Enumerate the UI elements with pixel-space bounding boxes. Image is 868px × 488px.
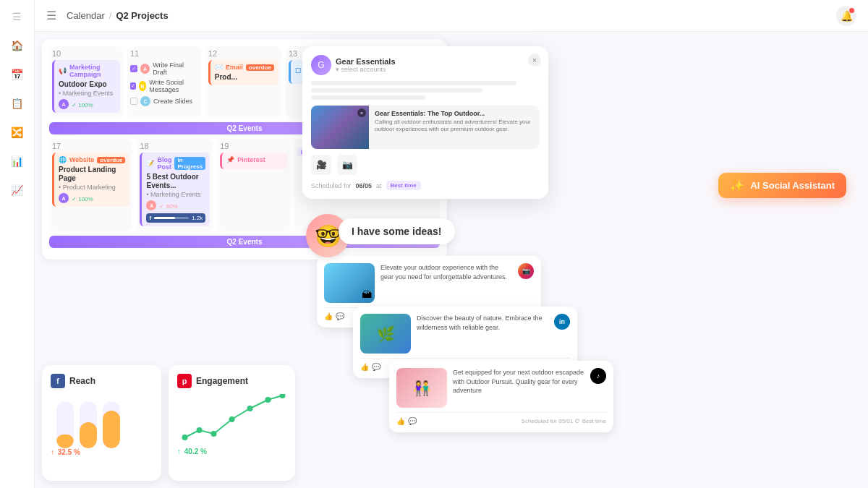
composer-account: Gear Essentials ▾ select accounts [336, 57, 396, 73]
text-line-1 [311, 81, 516, 85]
avatar-anna: A [146, 200, 156, 210]
task-blog-outdoor[interactable]: 📝 Blog Post in Progress 5 Best Outdoor E… [140, 153, 210, 226]
checklist-item-1: ✓ A Write Final Draft [130, 60, 198, 77]
badge-progress: in Progress [174, 157, 205, 170]
action-video[interactable]: 🎥 [311, 155, 331, 175]
progress-blog2: ✓ 60% [159, 203, 177, 210]
sidebar-calendar-icon[interactable]: 📅 [9, 67, 25, 82]
checkbox-3 [130, 98, 137, 105]
task-header-pinterest: 📌 Pinterest [226, 156, 283, 163]
engagement-growth: ↑ 40.2 % [177, 448, 286, 455]
checkbox-2: ✓ [130, 82, 136, 90]
sidebar-reports-icon[interactable]: 📈 [9, 182, 25, 198]
analytics-reach-card: f Reach ↑ 32.5 % [42, 365, 161, 481]
reach-bar-fill-3 [103, 411, 120, 448]
notification-bell[interactable]: 🔔 [836, 6, 856, 26]
schedule-at: at [376, 182, 382, 189]
topbar: ☰ Calendar / Q2 Projects 🔔 [35, 0, 868, 32]
sidebar-shuffle-icon[interactable]: 🔀 [9, 124, 25, 140]
badge-overdue: overdue [246, 64, 274, 71]
avatar-alexis: A [59, 99, 69, 109]
preview-image: × [311, 106, 369, 149]
topbar-menu-icon[interactable]: ☰ [46, 9, 56, 22]
avatar-alexis2: A [59, 193, 69, 203]
preview-text: Gear Essentials: The Top Outdoor... Call… [369, 106, 540, 149]
svg-point-6 [280, 394, 286, 398]
schedule-label: Scheduled for [311, 182, 352, 189]
ai-speech-bubble: I have some ideas! [339, 218, 455, 244]
svg-point-5 [265, 397, 271, 403]
composer-schedule: Scheduled for 06/05 at Best time [311, 181, 540, 190]
composer-name: Gear Essentials [336, 57, 396, 66]
svg-point-2 [211, 431, 217, 437]
preview-title: Gear Essentials: The Top Outdoor... [375, 110, 534, 117]
post-body-1: Elevate your outdoor experience with the… [380, 263, 512, 281]
post-text-2: Discover the beauty of nature. Embrace t… [417, 314, 548, 332]
sidebar-list-icon[interactable]: 📋 [9, 95, 25, 111]
task-marketing-campaign[interactable]: 📢 Marketing Campaign Outdoor Expo • Mark… [52, 60, 120, 113]
reach-bars [51, 394, 153, 448]
post-body-3: Get equipped for your next outdoor escap… [453, 368, 584, 395]
facebook-icon: f [51, 374, 65, 388]
reach-bar-1 [56, 401, 74, 448]
progress: ✓ 100% [72, 102, 93, 108]
task-pinterest[interactable]: 📌 Pinterest [220, 153, 287, 169]
sidebar-analytics-icon[interactable]: 📊 [9, 153, 25, 169]
reach-header: f Reach [51, 374, 153, 388]
facebook-bar: f 1.2k [146, 213, 205, 223]
svg-point-1 [197, 427, 203, 433]
sidebar-menu-icon[interactable]: ☰ [9, 9, 25, 25]
text-line-2 [311, 88, 482, 93]
task-website[interactable]: 🌐 Website overdue Product Landing Page •… [52, 153, 129, 207]
main-content: 10 📢 Marketing Campaign Outdoor Expo • M… [35, 32, 868, 488]
sidebar-home-icon[interactable]: 🏠 [9, 38, 25, 53]
preview-close-btn[interactable]: × [357, 108, 366, 117]
post-network-linkedin: in [554, 314, 570, 330]
avatar-b: B [139, 81, 146, 91]
cal-cell-10: 10 📢 Marketing Campaign Outdoor Expo • M… [49, 46, 123, 118]
composer-text-lines [311, 81, 540, 100]
post-footer-3: 👍 💬 Scheduled for 05/01 ⏱ Best time [396, 412, 606, 425]
breadcrumb: Calendar / Q2 Projects [67, 10, 169, 21]
post-network-instagram: 📷 [518, 263, 534, 279]
task-header-website: 🌐 Website overdue [59, 156, 125, 163]
action-camera[interactable]: 📷 [337, 155, 357, 175]
task-header-email: ✉️ Email overdue [215, 64, 274, 71]
engagement-header: p Engagement [177, 374, 286, 388]
calendar-label: Calendar [67, 10, 105, 21]
growth-arrow-eng: ↑ [177, 448, 181, 455]
composer-avatar: G [311, 55, 331, 75]
reach-bar-outer-2 [80, 401, 97, 448]
composer-close-button[interactable]: × [528, 53, 541, 67]
reach-bar-outer-3 [103, 401, 120, 448]
composer-actions: 🎥 📷 [311, 155, 540, 175]
cal-cell-12: 12 ✉️ Email overdue Prod... [205, 46, 281, 118]
linkedin-icon: in [559, 318, 565, 325]
post-card-inner-2: 🌿 Discover the beauty of nature. Embrace… [360, 314, 570, 354]
composer-dropdown[interactable]: ▾ select accounts [336, 66, 396, 73]
project-label: Q2 Projects [116, 10, 168, 21]
post-thumb-hiker [324, 263, 375, 303]
cal-cell-18: 18 📝 Blog Post in Progress 5 Best Outdoo… [137, 139, 213, 231]
composer-header: G Gear Essentials ▾ select accounts [311, 55, 540, 75]
growth-value: 32.5 % [58, 448, 80, 456]
post-text-1: Elevate your outdoor experience with the… [380, 263, 512, 281]
ai-social-assistant-badge[interactable]: ✨ AI Social Assistant [718, 173, 846, 198]
post-card-tiktok[interactable]: 👫 Get equipped for your next outdoor esc… [389, 361, 613, 432]
task-title-website: Product Landing Page [59, 166, 125, 183]
checklist-text-3: Create Slides [153, 98, 192, 105]
reach-title: Reach [69, 376, 95, 386]
social-composer: × G Gear Essentials ▾ select accounts × … [302, 46, 548, 199]
avatar-c: C [140, 96, 150, 106]
svg-point-3 [229, 416, 235, 422]
checklist-text-2: Write Social Messages [149, 79, 198, 93]
pinterest-icon: p [177, 374, 192, 388]
task-title-blog2: 5 Best Outdoor Events... [146, 173, 205, 190]
ai-badge-icon: ✨ [730, 179, 744, 192]
task-email[interactable]: ✉️ Email overdue Prod... [208, 60, 278, 85]
reach-bar-fill-1 [56, 435, 74, 449]
schedule-best-time: Best time [386, 181, 421, 190]
schedule-date: 06/05 [356, 182, 373, 189]
post-schedule-3: Scheduled for 05/01 ⏱ Best time [522, 418, 606, 424]
post-card-inner-3: 👫 Get equipped for your next outdoor esc… [396, 368, 606, 408]
